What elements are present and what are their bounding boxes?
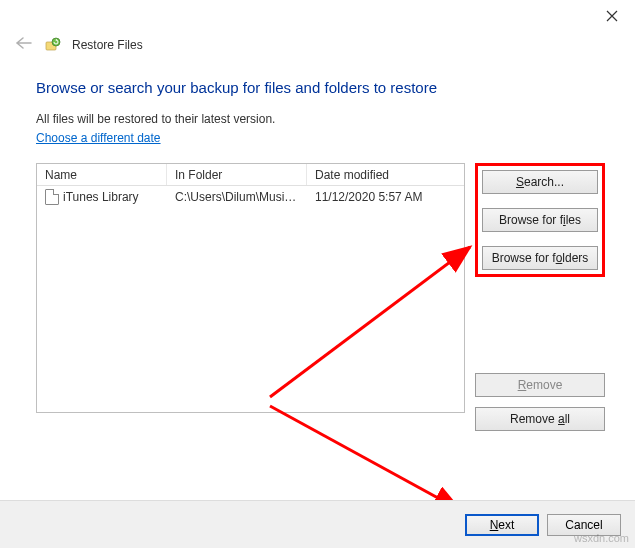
remove-all-button[interactable]: Remove all (475, 407, 605, 431)
page-subtext: All files will be restored to their late… (36, 112, 605, 126)
watermark: wsxdn.com (574, 532, 629, 544)
restore-files-icon (44, 36, 62, 54)
close-icon[interactable] (597, 4, 627, 28)
col-header-name[interactable]: Name (37, 164, 167, 185)
footer-bar: Next Cancel (0, 500, 635, 548)
col-header-date[interactable]: Date modified (307, 164, 464, 185)
browse-folders-button[interactable]: Browse for folders (482, 246, 598, 270)
table-header: Name In Folder Date modified (37, 164, 464, 186)
remove-button: Remove (475, 373, 605, 397)
file-list[interactable]: Name In Folder Date modified iTunes Libr… (36, 163, 465, 413)
window-title: Restore Files (72, 38, 143, 52)
cell-date: 11/12/2020 5:57 AM (307, 190, 464, 204)
search-button[interactable]: Search... (482, 170, 598, 194)
table-row[interactable]: iTunes Library C:\Users\Dilum\Music... 1… (37, 186, 464, 208)
file-icon (45, 189, 59, 205)
cell-folder: C:\Users\Dilum\Music... (167, 190, 307, 204)
page-heading: Browse or search your backup for files a… (36, 79, 605, 96)
cell-name: iTunes Library (63, 190, 139, 204)
highlight-box: Search... Browse for files Browse for fo… (475, 163, 605, 277)
next-button[interactable]: Next (465, 514, 539, 536)
browse-files-button[interactable]: Browse for files (482, 208, 598, 232)
back-arrow-icon[interactable] (14, 34, 32, 55)
choose-date-link[interactable]: Choose a different date (36, 131, 161, 145)
col-header-folder[interactable]: In Folder (167, 164, 307, 185)
